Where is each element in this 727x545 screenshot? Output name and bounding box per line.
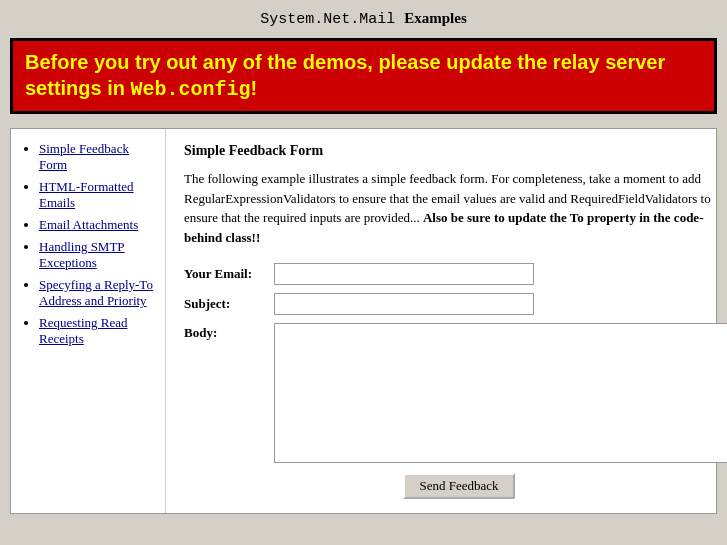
- list-item: Email Attachments: [39, 217, 155, 233]
- form-title: Simple Feedback Form: [184, 143, 727, 159]
- sidebar-link-receipts[interactable]: Requesting Read Receipts: [39, 315, 127, 346]
- warning-text: Before you try out any of the demos, ple…: [25, 51, 665, 99]
- sidebar-link-smtp[interactable]: Handling SMTP Exceptions: [39, 239, 125, 270]
- main-content: Simple Feedback Form HTML-Formatted Emai…: [10, 128, 717, 514]
- list-item: Simple Feedback Form: [39, 141, 155, 173]
- list-item: Specyfing a Reply-To Address and Priorit…: [39, 277, 155, 309]
- sidebar-link-replyto[interactable]: Specyfing a Reply-To Address and Priorit…: [39, 277, 153, 308]
- sidebar-nav: Simple Feedback Form HTML-Formatted Emai…: [21, 141, 155, 347]
- email-input[interactable]: [274, 263, 534, 285]
- title-strong: Examples: [404, 10, 467, 26]
- subject-label: Subject:: [184, 296, 274, 312]
- warning-banner: Before you try out any of the demos, ple…: [10, 38, 717, 114]
- sidebar-link-html[interactable]: HTML-Formatted Emails: [39, 179, 134, 210]
- submit-row: Send Feedback: [184, 473, 727, 499]
- body-textarea[interactable]: [274, 323, 727, 463]
- list-item: HTML-Formatted Emails: [39, 179, 155, 211]
- subject-input[interactable]: [274, 293, 534, 315]
- submit-button[interactable]: Send Feedback: [403, 473, 514, 499]
- sidebar: Simple Feedback Form HTML-Formatted Emai…: [11, 129, 166, 513]
- email-label: Your Email:: [184, 266, 274, 282]
- body-row: Body:: [184, 323, 727, 463]
- body-label: Body:: [184, 323, 274, 341]
- warning-code: Web.config: [131, 78, 251, 101]
- warning-end: !: [251, 77, 258, 99]
- sidebar-link-feedback[interactable]: Simple Feedback Form: [39, 141, 129, 172]
- list-item: Requesting Read Receipts: [39, 315, 155, 347]
- content-area: Simple Feedback Form The following examp…: [166, 129, 727, 513]
- subject-row: Subject:: [184, 293, 727, 315]
- sidebar-link-attachments[interactable]: Email Attachments: [39, 217, 138, 232]
- title-mono: System.Net.Mail: [260, 11, 395, 28]
- email-row: Your Email:: [184, 263, 727, 285]
- page-title: System.Net.Mail Examples: [10, 10, 717, 28]
- list-item: Handling SMTP Exceptions: [39, 239, 155, 271]
- form-description: The following example illustrates a simp…: [184, 169, 727, 247]
